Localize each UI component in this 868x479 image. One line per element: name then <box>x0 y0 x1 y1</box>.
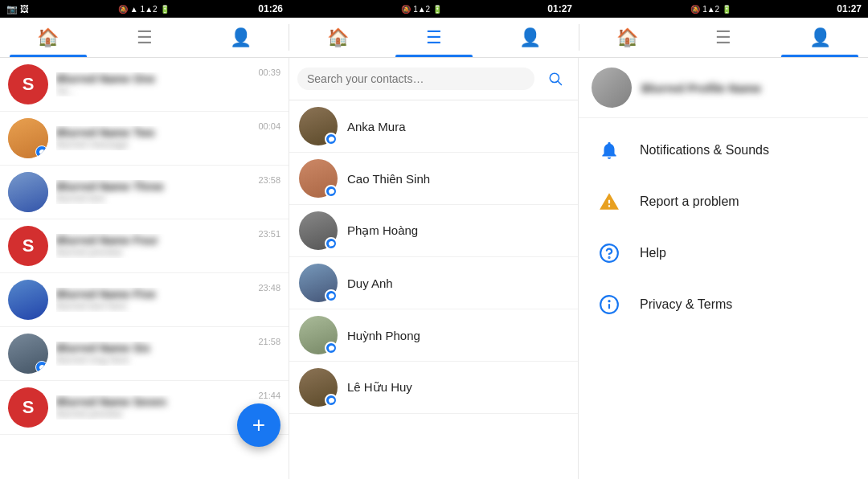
conv-item-4[interactable]: S Blurred Name Four blurred preview 23:5… <box>0 219 289 273</box>
avatar-6 <box>8 334 48 374</box>
signal-icon-2: 🔕 <box>401 5 411 14</box>
conv-time-4: 23:51 <box>258 229 280 239</box>
menu-item-privacy[interactable]: Privacy & Terms <box>579 279 868 330</box>
contact-badge-5 <box>325 342 338 354</box>
settings-panel: Blurred Profile Name Notifications & Sou… <box>579 58 868 479</box>
plus-icon: + <box>252 412 265 438</box>
conv-info-6: Blurred Name Six blurred msg here <box>56 342 250 366</box>
battery-icon-1: 🔋 <box>160 5 170 14</box>
conv-item-5[interactable]: Blurred Name Five blurred text here 23:4… <box>0 273 289 327</box>
panels: S Blurred Name One na... 00:39 Blurred N… <box>0 58 868 479</box>
tab-profile-mid[interactable]: 👤 <box>482 18 579 57</box>
status-segment-1: 📷 🖼 🔕 ▲ 1▲2 🔋 01:26 <box>0 3 289 14</box>
conv-item-2[interactable]: Blurred Name Two blurred message 00:04 <box>0 112 289 166</box>
sim-icon-2: 1▲2 <box>413 5 430 14</box>
conv-name-1: Blurred Name One <box>56 72 250 85</box>
status-bar: 📷 🖼 🔕 ▲ 1▲2 🔋 01:26 🔕 1▲2 🔋 01:27 🔕 1▲2 … <box>0 0 868 18</box>
conv-time-7: 21:44 <box>258 391 280 400</box>
signal-icon-3: 🔕 <box>690 5 700 14</box>
contact-item-2[interactable]: Cao Thiên Sinh <box>289 153 578 205</box>
contact-badge-4 <box>325 289 338 302</box>
conv-name-5: Blurred Name Five <box>56 288 250 301</box>
search-input-wrap[interactable] <box>297 68 534 90</box>
contact-name-1: Anka Mura <box>347 120 406 133</box>
contact-avatar-2 <box>299 159 338 198</box>
profile-icon-left: 👤 <box>230 27 252 48</box>
conv-name-7: Blurred Name Seven <box>56 395 250 408</box>
tab-menu-mid[interactable]: ☰ <box>386 18 482 57</box>
contact-avatar-4 <box>299 264 338 302</box>
menu-label-privacy: Privacy & Terms <box>640 297 732 312</box>
contact-item-4[interactable]: Duy Anh <box>289 257 578 309</box>
contact-badge-3 <box>325 237 338 250</box>
profile-avatar <box>592 68 632 108</box>
warning-icon <box>595 187 624 216</box>
compose-fab[interactable]: + <box>237 403 280 447</box>
tab-bar: 🏠 ☰ 👤 🏠 ☰ 👤 🏠 ☰ 👤 <box>0 18 868 58</box>
conversations-panel: S Blurred Name One na... 00:39 Blurred N… <box>0 58 289 479</box>
conv-preview-2: blurred message <box>56 139 250 150</box>
conv-preview-4: blurred preview <box>56 247 250 258</box>
tab-home-right[interactable]: 🏠 <box>579 18 676 57</box>
menu-list: Notifications & Sounds Report a problem <box>579 118 868 337</box>
tab-menu-left[interactable]: ☰ <box>96 18 193 57</box>
tab-menu-right[interactable]: ☰ <box>675 18 772 57</box>
conv-time-2: 00:04 <box>258 121 280 131</box>
tab-profile-right[interactable]: 👤 <box>772 18 868 57</box>
status-right-icons-1: 🔕 ▲ 1▲2 🔋 <box>118 5 170 14</box>
conv-time-6: 21:58 <box>258 337 280 346</box>
conv-name-3: Blurred Name Three <box>56 180 250 193</box>
conv-item-3[interactable]: Blurred Name Three blurred text 23:58 <box>0 166 289 219</box>
menu-label-notifications: Notifications & Sounds <box>640 143 769 158</box>
contacts-panel: Anka Mura Cao Thiên Sinh P <box>289 58 579 479</box>
contact-name-2: Cao Thiên Sinh <box>347 172 430 186</box>
conv-name-6: Blurred Name Six <box>56 342 250 354</box>
svg-point-3 <box>608 257 609 258</box>
conv-info-5: Blurred Name Five blurred text here <box>56 288 250 312</box>
battery-icon-3: 🔋 <box>722 5 731 14</box>
conv-time-1: 00:39 <box>258 68 280 77</box>
contact-avatar-6 <box>299 368 338 407</box>
contact-item-3[interactable]: Phạm Hoàng <box>289 205 578 257</box>
conv-info-2: Blurred Name Two blurred message <box>56 126 250 150</box>
contact-item-1[interactable]: Anka Mura <box>289 100 578 153</box>
contact-list: Anka Mura Cao Thiên Sinh P <box>289 100 578 479</box>
info-icon <box>595 290 624 319</box>
signal-icon-1: 🔕 <box>118 5 128 14</box>
menu-item-notifications[interactable]: Notifications & Sounds <box>579 125 868 176</box>
conv-preview-1: na... <box>56 85 250 96</box>
conv-info-3: Blurred Name Three blurred text <box>56 180 250 204</box>
contact-name-3: Phạm Hoàng <box>347 223 418 238</box>
profile-icon-mid: 👤 <box>519 27 541 48</box>
menu-icon-left: ☰ <box>137 27 153 48</box>
search-input[interactable] <box>307 72 525 85</box>
conv-info-7: Blurred Name Seven blurred preview <box>56 395 250 420</box>
search-button[interactable] <box>541 64 570 93</box>
search-bar <box>289 58 578 100</box>
contact-item-6[interactable]: Lê Hữu Huy <box>289 362 578 414</box>
menu-item-report[interactable]: Report a problem <box>579 176 868 227</box>
status-right-icons-3: 🔕 1▲2 🔋 <box>690 5 731 14</box>
time-1: 01:26 <box>258 3 283 14</box>
menu-item-help[interactable]: Help <box>579 227 868 279</box>
tab-home-mid[interactable]: 🏠 <box>289 18 386 57</box>
conv-time-5: 23:48 <box>258 283 280 293</box>
tab-home-left[interactable]: 🏠 <box>0 18 96 57</box>
bell-icon <box>595 136 624 165</box>
conv-item-1[interactable]: S Blurred Name One na... 00:39 <box>0 58 289 112</box>
menu-label-help: Help <box>640 246 666 260</box>
contact-avatar-1 <box>299 107 338 145</box>
menu-icon-mid: ☰ <box>426 27 442 48</box>
status-segment-2: 🔕 1▲2 🔋 01:27 <box>289 3 579 14</box>
contact-badge-6 <box>325 394 338 407</box>
status-left-icons-1: 📷 🖼 <box>6 4 29 14</box>
tab-profile-left[interactable]: 👤 <box>193 18 289 57</box>
conv-item-6[interactable]: Blurred Name Six blurred msg here 21:58 <box>0 327 289 381</box>
conv-name-2: Blurred Name Two <box>56 126 250 139</box>
avatar-1: S <box>8 64 48 104</box>
wifi-icon-1: ▲ <box>130 5 138 14</box>
contact-item-5[interactable]: Huỳnh Phong <box>289 309 578 362</box>
time-2: 01:27 <box>547 3 572 14</box>
conv-time-3: 23:58 <box>258 175 280 185</box>
contact-badge-2 <box>325 185 338 198</box>
